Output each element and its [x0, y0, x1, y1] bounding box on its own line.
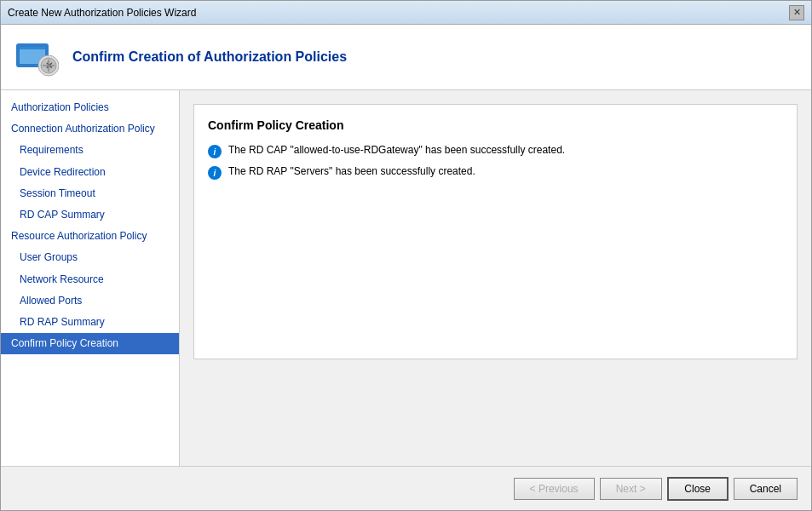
confirm-panel: Confirm Policy Creation i The RD CAP "al… — [193, 104, 798, 359]
wizard-icon: ✕ — [14, 35, 59, 79]
sidebar-item-allowed-ports[interactable]: Allowed Ports — [1, 290, 179, 312]
svg-rect-2 — [20, 47, 45, 49]
confirm-message-1: i The RD CAP "allowed-to-use-RDGateway" … — [208, 144, 783, 158]
confirm-message-2-text: The RD RAP "Servers" has been successful… — [228, 165, 475, 177]
sidebar-item-device-redirection[interactable]: Device Redirection — [1, 162, 179, 183]
close-button[interactable]: Close — [667, 477, 728, 501]
confirm-message-2: i The RD RAP "Servers" has been successf… — [208, 165, 783, 180]
wizard-title: Confirm Creation of Authorization Polici… — [72, 49, 347, 65]
cancel-button[interactable]: Cancel — [734, 478, 798, 500]
window-close-button[interactable]: ✕ — [789, 5, 804, 20]
sidebar-item-session-timeout[interactable]: Session Timeout — [1, 183, 179, 204]
sidebar-item-connection-authorization-policy[interactable]: Connection Authorization Policy — [1, 118, 179, 140]
main-panel: Confirm Policy Creation i The RD CAP "al… — [180, 90, 811, 466]
sidebar: Authorization PoliciesConnection Authori… — [1, 90, 180, 466]
confirm-message-1-text: The RD CAP "allowed-to-use-RDGateway" ha… — [228, 144, 565, 156]
wizard-header: ✕ Confirm Creation of Authorization Poli… — [1, 25, 811, 90]
confirm-section-title: Confirm Policy Creation — [208, 118, 783, 132]
next-button[interactable]: Next > — [600, 478, 662, 500]
sidebar-item-rd-cap-summary[interactable]: RD CAP Summary — [1, 204, 179, 226]
sidebar-item-rd-rap-summary[interactable]: RD RAP Summary — [1, 312, 179, 333]
wizard-window: Create New Authorization Policies Wizard… — [0, 0, 812, 511]
title-bar: Create New Authorization Policies Wizard… — [1, 1, 811, 25]
sidebar-item-requirements[interactable]: Requirements — [1, 140, 179, 161]
content-area: Authorization PoliciesConnection Authori… — [1, 90, 811, 466]
sidebar-item-network-resource[interactable]: Network Resource — [1, 269, 179, 290]
window-title: Create New Authorization Policies Wizard — [8, 7, 196, 19]
sidebar-item-confirm-policy-creation[interactable]: Confirm Policy Creation — [1, 333, 179, 354]
sidebar-item-resource-authorization-policy[interactable]: Resource Authorization Policy — [1, 226, 179, 247]
info-icon-1: i — [208, 145, 222, 158]
sidebar-item-user-groups[interactable]: User Groups — [1, 247, 179, 268]
previous-button[interactable]: < Previous — [514, 478, 595, 500]
wizard-footer: < Previous Next > Close Cancel — [1, 466, 811, 510]
info-icon-2: i — [208, 166, 222, 180]
sidebar-item-authorization-policies[interactable]: Authorization Policies — [1, 97, 179, 118]
